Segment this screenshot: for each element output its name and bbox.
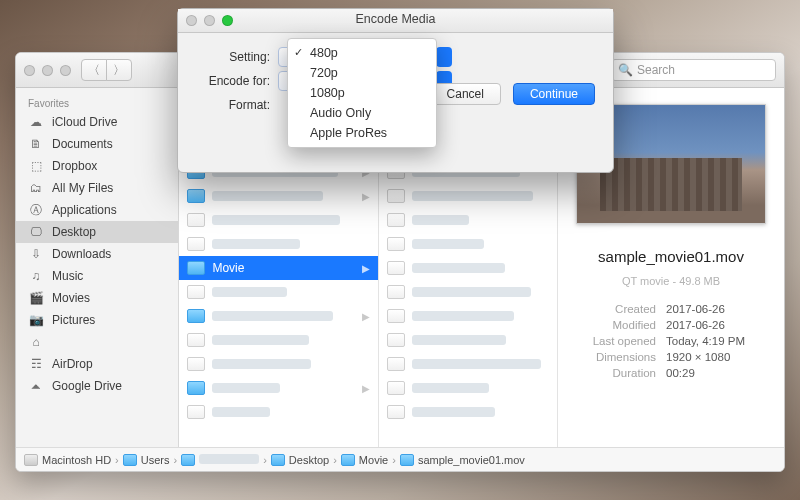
cloud-icon: ☁︎ (28, 115, 44, 129)
music-icon: ♫ (28, 269, 44, 283)
path-segment[interactable] (181, 454, 259, 466)
sidebar-item-label: Documents (52, 137, 113, 151)
sidebar-header: Favorites (16, 92, 178, 111)
continue-button[interactable]: Continue (513, 83, 595, 105)
search-icon: 🔍 (618, 63, 633, 77)
list-item[interactable]: ▶ (179, 184, 377, 208)
list-item[interactable] (179, 400, 377, 424)
list-item[interactable] (379, 256, 557, 280)
file-icon (387, 213, 405, 227)
sidebar-item-label: Applications (52, 203, 117, 217)
meta-row-dimensions: Dimensions1920 × 1080 (576, 349, 766, 365)
list-item[interactable] (179, 232, 377, 256)
folder-icon (341, 454, 355, 466)
path-segment[interactable]: Movie (341, 454, 388, 466)
blurred-label (212, 191, 323, 201)
list-item[interactable] (379, 328, 557, 352)
menu-item-480p[interactable]: 480p (288, 43, 436, 63)
sidebar-item-applications[interactable]: ⒶApplications (16, 199, 178, 221)
folder-icon (187, 381, 205, 395)
menu-item-apple-prores[interactable]: Apple ProRes (288, 123, 436, 143)
sidebar-item-dropbox[interactable]: ⬚Dropbox (16, 155, 178, 177)
setting-label: Setting: (198, 50, 278, 64)
sidebar-item-desktop[interactable]: 🖵Desktop (16, 221, 178, 243)
list-item[interactable]: ▶ (179, 304, 377, 328)
menu-item-1080p[interactable]: 1080p (288, 83, 436, 103)
list-item[interactable] (179, 328, 377, 352)
sidebar-item-label: Desktop (52, 225, 96, 239)
sidebar-item-downloads[interactable]: ⇩Downloads (16, 243, 178, 265)
zoom-icon[interactable] (60, 65, 71, 76)
sidebar-item-movies[interactable]: 🎬Movies (16, 287, 178, 309)
list-item[interactable] (179, 208, 377, 232)
path-separator: › (115, 454, 119, 466)
path-segment[interactable]: sample_movie01.mov (400, 454, 525, 466)
cancel-button[interactable]: Cancel (430, 83, 501, 105)
folder-label: Movie (212, 261, 244, 275)
meta-row-last-opened: Last openedToday, 4:19 PM (576, 333, 766, 349)
list-item[interactable] (379, 376, 557, 400)
file-icon (387, 285, 405, 299)
sidebar-item-label: All My Files (52, 181, 113, 195)
list-item[interactable] (379, 400, 557, 424)
list-item[interactable] (179, 352, 377, 376)
home-icon: ⌂ (28, 335, 44, 349)
back-button[interactable]: 〈 (81, 59, 107, 81)
folder-icon (187, 309, 205, 323)
sidebar-item-label: Google Drive (52, 379, 122, 393)
blurred-label (212, 383, 280, 393)
setting-dropdown-menu[interactable]: 480p720p1080pAudio OnlyApple ProRes (287, 38, 437, 148)
sidebar-item-all-my-files[interactable]: 🗂All My Files (16, 177, 178, 199)
path-label: Movie (359, 454, 388, 466)
list-item[interactable] (379, 208, 557, 232)
path-separator: › (333, 454, 337, 466)
blurred-label (412, 383, 489, 393)
folder-row-movie[interactable]: Movie▶ (179, 256, 377, 280)
list-item[interactable] (179, 280, 377, 304)
blurred-label (212, 287, 287, 297)
blurred-label (412, 407, 495, 417)
file-icon (187, 285, 205, 299)
sidebar-item-icloud-drive[interactable]: ☁︎iCloud Drive (16, 111, 178, 133)
preview-filename: sample_movie01.mov (598, 248, 744, 265)
meta-value: 2017-06-26 (666, 319, 766, 331)
menu-item-audio-only[interactable]: Audio Only (288, 103, 436, 123)
list-item[interactable]: ▶ (179, 376, 377, 400)
forward-button[interactable]: 〉 (106, 59, 132, 81)
list-item[interactable] (379, 352, 557, 376)
path-segment[interactable]: Users (123, 454, 170, 466)
meta-value: 00:29 (666, 367, 766, 379)
file-icon (387, 381, 405, 395)
path-segment[interactable]: Macintosh HD (24, 454, 111, 466)
list-item[interactable] (379, 184, 557, 208)
dialog-title: Encode Media (178, 12, 613, 26)
sidebar-item-pictures[interactable]: 📷Pictures (16, 309, 178, 331)
list-item[interactable] (379, 232, 557, 256)
file-icon (187, 237, 205, 251)
blurred-label (212, 311, 333, 321)
path-segment[interactable]: Desktop (271, 454, 329, 466)
sidebar-item-documents[interactable]: 🗎Documents (16, 133, 178, 155)
meta-label: Duration (576, 367, 656, 379)
minimize-icon[interactable] (42, 65, 53, 76)
sidebar-item-music[interactable]: ♫Music (16, 265, 178, 287)
menu-item-720p[interactable]: 720p (288, 63, 436, 83)
list-item[interactable] (379, 304, 557, 328)
nav-buttons: 〈 〉 (81, 59, 132, 81)
close-icon[interactable] (24, 65, 35, 76)
sidebar-item-label: iCloud Drive (52, 115, 117, 129)
sidebar-item-home[interactable]: ⌂ (16, 331, 178, 353)
search-field[interactable]: 🔍 Search (611, 59, 776, 81)
file-icon (387, 357, 405, 371)
setting-popup-arrow[interactable] (436, 47, 452, 67)
sidebar-item-airdrop[interactable]: ☶AirDrop (16, 353, 178, 375)
downloads-icon: ⇩ (28, 247, 44, 261)
sidebar-item-label: Music (52, 269, 83, 283)
dropbox-icon: ⬚ (28, 159, 44, 173)
folder-icon (187, 261, 205, 275)
file-icon (387, 237, 405, 251)
movies-icon: 🎬 (28, 291, 44, 305)
preview-metadata: Created2017-06-26Modified2017-06-26Last … (576, 301, 766, 381)
sidebar-item-google-drive[interactable]: ⏶Google Drive (16, 375, 178, 397)
list-item[interactable] (379, 280, 557, 304)
